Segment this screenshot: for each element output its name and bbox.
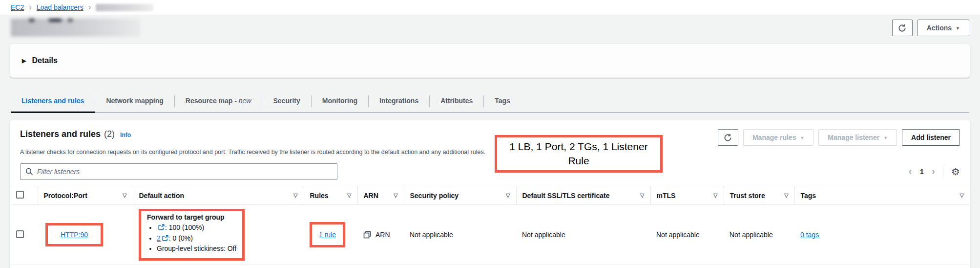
column-label: Protocol:Port bbox=[44, 192, 87, 200]
stickiness-item: Group-level stickiness: Off bbox=[157, 244, 236, 254]
previous-page-icon[interactable]: ‹ bbox=[909, 166, 912, 177]
details-label: Details bbox=[32, 56, 57, 65]
tab-resource-map-new-badge: new bbox=[239, 97, 251, 105]
page-header: Actions ▼ bbox=[0, 15, 980, 37]
annotation-box-default-action: Forward to target group : 100 (100%) 2: … bbox=[139, 209, 245, 261]
mtls-value: Not applicable bbox=[650, 205, 724, 265]
column-header-arn[interactable]: ARN▽ bbox=[357, 186, 404, 205]
add-listener-button[interactable]: Add listener bbox=[902, 129, 960, 146]
column-header-ssl-certificate[interactable]: Default SSL/TLS certificate▽ bbox=[516, 186, 650, 205]
arn-label: ARN bbox=[375, 231, 390, 239]
external-link-icon bbox=[158, 224, 165, 230]
details-expander[interactable]: ▶ Details bbox=[22, 56, 958, 65]
tab-security[interactable]: Security bbox=[262, 90, 311, 112]
rules-link[interactable]: 1 rule bbox=[319, 231, 336, 239]
page-refresh-button[interactable] bbox=[892, 20, 913, 36]
refresh-icon bbox=[898, 24, 906, 32]
annotation-note-text: 1 LB, 1 Port, 2 TGs, 1 Listener Rule bbox=[508, 140, 649, 168]
sort-icon: ▽ bbox=[347, 192, 351, 199]
breadcrumb-separator-icon: › bbox=[88, 3, 91, 11]
tab-resource-map-label: Resource map - bbox=[186, 97, 239, 105]
target-group-weight: : 0 (0%) bbox=[169, 234, 193, 242]
target-group-item: 2: 0 (0%) bbox=[157, 233, 236, 244]
annotation-box-rules: 1 rule bbox=[310, 222, 345, 247]
breadcrumb-separator-icon: › bbox=[29, 3, 32, 11]
default-action-title: Forward to target group bbox=[147, 213, 236, 221]
column-header-security-policy[interactable]: Security policy▽ bbox=[404, 186, 516, 205]
manage-rules-label: Manage rules bbox=[752, 134, 796, 141]
target-group-weight: : 100 (100%) bbox=[165, 223, 204, 231]
tab-attributes[interactable]: Attributes bbox=[430, 90, 483, 112]
column-header-default-action[interactable]: Default action▽ bbox=[133, 186, 304, 205]
column-header-rules[interactable]: Rules▽ bbox=[304, 186, 357, 205]
tab-bar: Listeners and rules Network mapping Reso… bbox=[11, 90, 969, 113]
tab-listeners-and-rules[interactable]: Listeners and rules bbox=[11, 90, 95, 112]
info-link[interactable]: Info bbox=[120, 132, 131, 138]
column-label: Default SSL/TLS certificate bbox=[522, 192, 610, 200]
listeners-panel: Listeners and rules (2) Info Manage rule… bbox=[10, 120, 970, 268]
breadcrumb-current-redacted bbox=[96, 4, 153, 11]
details-panel: ▶ Details bbox=[10, 44, 970, 78]
caret-right-icon: ▶ bbox=[22, 58, 26, 64]
tab-integrations[interactable]: Integrations bbox=[369, 90, 429, 112]
copy-icon[interactable] bbox=[363, 231, 371, 239]
tab-tags[interactable]: Tags bbox=[484, 90, 521, 112]
column-header-trust-store[interactable]: Trust store▽ bbox=[724, 186, 794, 205]
sort-icon: ▽ bbox=[293, 192, 297, 199]
actions-button[interactable]: Actions ▼ bbox=[917, 20, 969, 36]
column-label: Rules bbox=[310, 192, 329, 200]
column-label: Trust store bbox=[730, 192, 765, 200]
trust-store-value: Not applicable bbox=[724, 205, 794, 265]
sort-icon: ▽ bbox=[123, 192, 126, 199]
tab-network-mapping[interactable]: Network mapping bbox=[95, 90, 174, 112]
page-title-redacted bbox=[11, 19, 140, 37]
sort-icon: ▽ bbox=[506, 192, 510, 199]
column-label: mTLS bbox=[657, 192, 676, 200]
filter-listeners-box bbox=[20, 163, 337, 180]
column-label: Default action bbox=[139, 192, 185, 200]
listener-count: (2) bbox=[104, 129, 115, 139]
panel-description: A listener checks for connection request… bbox=[10, 146, 499, 156]
header-select-all bbox=[10, 186, 38, 205]
tab-monitoring[interactable]: Monitoring bbox=[312, 90, 368, 112]
column-label: Tags bbox=[801, 192, 816, 200]
annotation-box-protocol: HTTP:90 bbox=[45, 223, 103, 246]
sort-icon: ▽ bbox=[713, 192, 717, 199]
row-checkbox[interactable] bbox=[16, 230, 24, 238]
column-header-protocol-port[interactable]: Protocol:Port▽ bbox=[38, 186, 133, 205]
breadcrumb-link-load-balancers[interactable]: Load balancers bbox=[37, 3, 83, 11]
column-header-tags[interactable]: Tags▽ bbox=[794, 186, 970, 205]
breadcrumb: EC2 › Load balancers › bbox=[0, 0, 980, 15]
refresh-icon bbox=[724, 134, 732, 142]
table-refresh-button[interactable] bbox=[718, 129, 738, 146]
manage-rules-button[interactable]: Manage rules ▼ bbox=[743, 129, 813, 146]
column-label: Security policy bbox=[410, 192, 459, 200]
manage-listener-label: Manage listener bbox=[828, 134, 879, 141]
breadcrumb-link-ec2[interactable]: EC2 bbox=[11, 3, 24, 11]
sort-icon: ▽ bbox=[960, 192, 964, 199]
table-settings-gear-icon[interactable]: ⚙ bbox=[951, 167, 960, 177]
tags-link[interactable]: 0 tags bbox=[800, 231, 819, 239]
select-all-checkbox[interactable] bbox=[16, 191, 24, 199]
filter-listeners-input[interactable] bbox=[37, 168, 332, 176]
listener-protocol-port-link[interactable]: HTTP:90 bbox=[61, 231, 88, 239]
manage-listener-button[interactable]: Manage listener ▼ bbox=[818, 129, 897, 146]
table-header-row: Protocol:Port▽ Default action▽ Rules▽ AR… bbox=[10, 186, 970, 205]
target-group-link-tail[interactable]: 2 bbox=[157, 234, 161, 242]
column-header-mtls[interactable]: mTLS▽ bbox=[650, 186, 724, 205]
actions-button-label: Actions bbox=[927, 24, 952, 32]
annotation-note: 1 LB, 1 Port, 2 TGs, 1 Listener Rule bbox=[495, 135, 663, 173]
sort-icon: ▽ bbox=[784, 192, 788, 199]
listeners-table: Protocol:Port▽ Default action▽ Rules▽ AR… bbox=[10, 186, 970, 265]
caret-down-icon: ▼ bbox=[800, 135, 804, 140]
external-link-icon bbox=[162, 235, 168, 241]
next-page-icon[interactable]: › bbox=[932, 166, 935, 177]
caret-down-icon: ▼ bbox=[956, 26, 960, 31]
sort-icon: ▽ bbox=[640, 192, 644, 199]
current-page-number[interactable]: 1 bbox=[920, 168, 924, 176]
sort-icon: ▽ bbox=[394, 192, 397, 199]
ssl-certificate-value: Not applicable bbox=[516, 205, 650, 265]
tab-resource-map[interactable]: Resource map - new bbox=[175, 90, 262, 112]
pagination: ‹ 1 › ⚙ bbox=[909, 165, 960, 178]
column-label: ARN bbox=[364, 192, 378, 200]
